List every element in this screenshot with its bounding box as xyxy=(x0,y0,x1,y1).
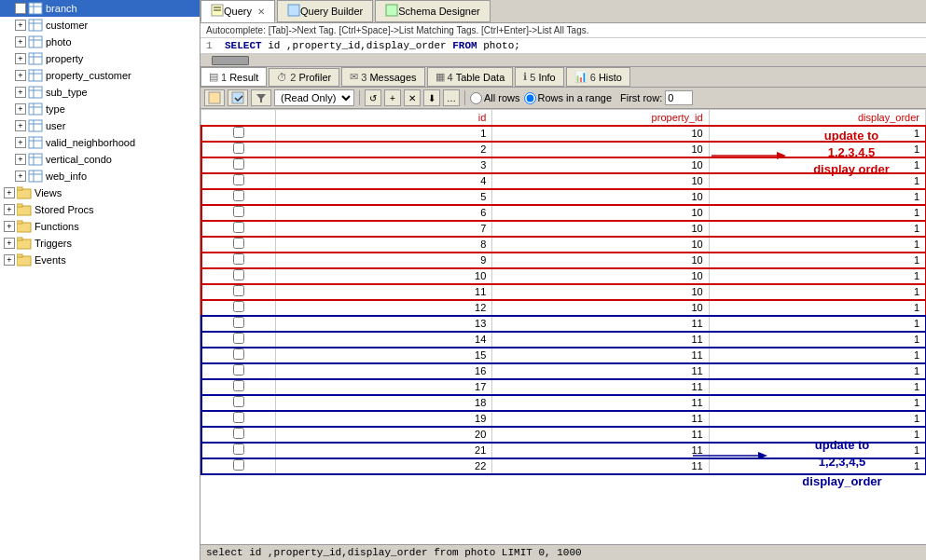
sidebar-item-branch[interactable]: + branch xyxy=(0,0,200,17)
tab-close-button[interactable]: ✕ xyxy=(257,7,265,17)
expand-toggle[interactable]: + xyxy=(15,87,26,98)
toolbar-btn-1[interactable] xyxy=(204,89,225,106)
table-row[interactable]: 6101 xyxy=(201,205,926,221)
table-row[interactable]: 15111 xyxy=(201,348,926,363)
table-row[interactable]: 13111 xyxy=(201,316,926,332)
col-header-property-id[interactable]: property_id xyxy=(492,110,709,126)
row-checkbox-cell[interactable] xyxy=(201,284,276,300)
row-checkbox-cell[interactable] xyxy=(201,379,276,395)
table-row[interactable]: 3101 xyxy=(201,157,926,173)
result-tab-2[interactable]: ⏱ 2 Profiler xyxy=(269,68,339,87)
toolbar-btn-more[interactable]: … xyxy=(443,89,460,106)
row-checkbox[interactable] xyxy=(233,412,244,423)
row-checkbox[interactable] xyxy=(233,444,244,455)
row-checkbox[interactable] xyxy=(233,285,244,296)
toolbar-btn-delete[interactable]: ✕ xyxy=(404,89,421,106)
all-rows-radio-label[interactable]: All rows xyxy=(470,92,520,104)
rows-in-range-radio-label[interactable]: Rows in a range xyxy=(524,92,613,104)
row-checkbox-cell[interactable] xyxy=(201,395,276,411)
row-checkbox-cell[interactable] xyxy=(201,268,276,284)
sidebar-item-type[interactable]: + type xyxy=(0,101,200,117)
result-tab-6[interactable]: 📊 6 Histo xyxy=(566,67,630,87)
expand-toggle[interactable]: + xyxy=(4,187,15,198)
row-checkbox[interactable] xyxy=(233,396,244,407)
toolbar-btn-export[interactable]: ⬇ xyxy=(423,89,440,106)
table-row[interactable]: 18111 xyxy=(201,395,926,411)
expand-toggle[interactable]: + xyxy=(15,36,26,48)
table-row[interactable]: 22111 xyxy=(201,458,926,474)
table-row[interactable]: 5101 xyxy=(201,189,926,205)
sidebar-item-views[interactable]: + Views xyxy=(0,184,200,201)
row-checkbox-cell[interactable] xyxy=(201,316,276,332)
result-tab-4[interactable]: ▦ 4 Table Data xyxy=(427,67,514,87)
row-checkbox-cell[interactable] xyxy=(201,443,276,458)
row-checkbox-cell[interactable] xyxy=(201,458,276,474)
row-checkbox-cell[interactable] xyxy=(201,205,276,221)
table-row[interactable]: 20111 xyxy=(201,427,926,443)
expand-toggle[interactable]: + xyxy=(4,254,15,266)
sidebar-item-valid-neighborhood[interactable]: + valid_neighborhood xyxy=(0,134,200,151)
result-tab-3[interactable]: ✉ 3 Messages xyxy=(341,67,424,87)
rows-in-range-radio[interactable] xyxy=(524,92,536,104)
row-checkbox[interactable] xyxy=(233,459,244,471)
sidebar-item-web-info[interactable]: + web_info xyxy=(0,168,200,184)
scroll-thumb[interactable] xyxy=(212,56,249,65)
row-checkbox-cell[interactable] xyxy=(201,253,276,268)
row-checkbox-cell[interactable] xyxy=(201,363,276,379)
row-checkbox-cell[interactable] xyxy=(201,411,276,427)
col-header-display-order[interactable]: display_order xyxy=(709,110,925,126)
expand-toggle[interactable]: + xyxy=(4,221,15,232)
expand-toggle[interactable]: + xyxy=(15,70,26,81)
expand-toggle[interactable]: + xyxy=(15,171,26,182)
row-checkbox[interactable] xyxy=(233,206,244,217)
row-checkbox[interactable] xyxy=(233,333,244,344)
row-checkbox[interactable] xyxy=(233,428,244,439)
row-checkbox[interactable] xyxy=(233,143,244,154)
expand-toggle[interactable]: + xyxy=(15,20,26,31)
row-checkbox[interactable] xyxy=(233,222,244,233)
horizontal-scrollbar[interactable] xyxy=(200,54,926,67)
table-row[interactable]: 10101 xyxy=(201,268,926,284)
expand-toggle[interactable]: + xyxy=(15,3,26,14)
row-checkbox[interactable] xyxy=(233,190,244,201)
toolbar-btn-2[interactable] xyxy=(228,89,248,106)
row-checkbox-cell[interactable] xyxy=(201,126,276,142)
row-checkbox[interactable] xyxy=(233,158,244,170)
sidebar-item-stored-procs[interactable]: + Stored Procs xyxy=(0,201,200,218)
sql-editor[interactable]: 1 SELECT SELECT id ,property_id,display_… xyxy=(200,38,926,54)
expand-toggle[interactable]: + xyxy=(15,120,26,131)
read-only-select[interactable]: (Read Only) xyxy=(274,89,354,106)
sidebar-item-customer[interactable]: + customer xyxy=(0,17,200,34)
row-checkbox-cell[interactable] xyxy=(201,221,276,237)
table-row[interactable]: 8101 xyxy=(201,237,926,253)
table-row[interactable]: 2101 xyxy=(201,142,926,157)
expand-toggle[interactable]: + xyxy=(15,53,26,64)
row-checkbox[interactable] xyxy=(233,174,244,185)
row-checkbox-cell[interactable] xyxy=(201,142,276,157)
row-checkbox-cell[interactable] xyxy=(201,189,276,205)
sidebar-item-sub-type[interactable]: + sub_type xyxy=(0,84,200,101)
result-tab-1[interactable]: ▤ 1 Result xyxy=(200,67,267,87)
row-checkbox[interactable] xyxy=(233,253,244,265)
tab-query[interactable]: Query ✕ xyxy=(200,0,275,22)
expand-toggle[interactable]: + xyxy=(4,238,15,249)
first-row-input[interactable] xyxy=(665,90,693,105)
table-row[interactable]: 14111 xyxy=(201,332,926,348)
row-checkbox[interactable] xyxy=(233,269,244,280)
toolbar-filter-btn[interactable] xyxy=(251,89,271,106)
expand-toggle[interactable]: + xyxy=(15,137,26,148)
row-checkbox[interactable] xyxy=(233,127,244,138)
sidebar-item-events[interactable]: + Events xyxy=(0,252,200,268)
result-grid[interactable]: id property_id display_order 11012101310… xyxy=(200,109,926,544)
row-checkbox[interactable] xyxy=(233,301,244,312)
table-row[interactable]: 4101 xyxy=(201,173,926,189)
row-checkbox[interactable] xyxy=(233,380,244,391)
row-checkbox-cell[interactable] xyxy=(201,300,276,316)
row-checkbox[interactable] xyxy=(233,238,244,249)
tab-schema-designer[interactable]: Schema Designer xyxy=(375,0,490,22)
sidebar-item-property[interactable]: + property xyxy=(0,50,200,67)
row-checkbox[interactable] xyxy=(233,317,244,328)
sidebar-item-triggers[interactable]: + Triggers xyxy=(0,235,200,252)
toolbar-btn-add[interactable]: + xyxy=(384,89,401,106)
sidebar-item-property-customer[interactable]: + property_customer xyxy=(0,67,200,84)
